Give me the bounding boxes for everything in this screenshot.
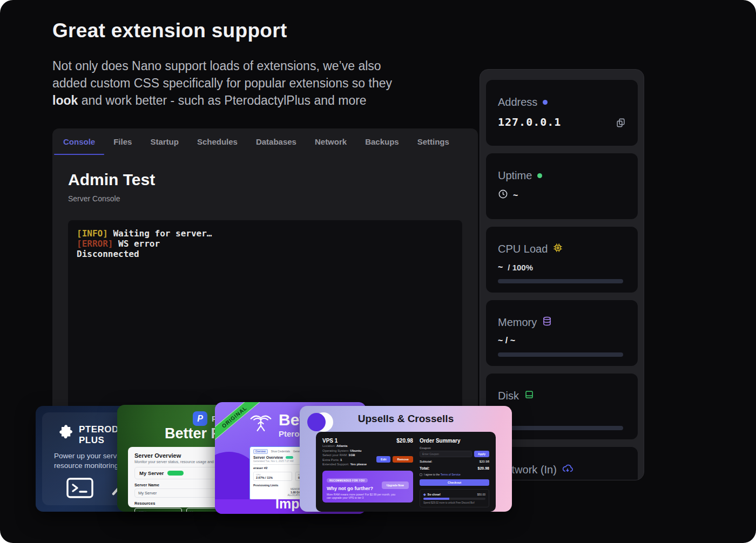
tab-network[interactable]: Network (315, 137, 347, 155)
address-card: Address 127.0.0.1 (486, 80, 638, 146)
my-server-name: My Server (139, 470, 164, 476)
mini-tab-credentials: Show Credentials (271, 450, 290, 453)
promo-description: More RAM means more power! For $2.99 per… (327, 493, 397, 499)
disk-progress-bar (498, 426, 623, 430)
tab-console[interactable]: Console (63, 137, 95, 155)
terms-checkbox[interactable] (420, 473, 422, 476)
cpu-limit: / 100% (508, 263, 533, 272)
log-info-tag: [INFO] (77, 228, 108, 239)
address-label: Address (498, 96, 537, 108)
recommended-badge: RECOMMENDED FOR YOU (327, 478, 368, 483)
cpu-icon (553, 243, 563, 255)
memory-progress-bar (498, 352, 623, 357)
cpu-value: ~ (498, 262, 503, 272)
intro-line-3: look and work better - such as Pterodact… (52, 92, 463, 109)
upgrade-now-button[interactable]: Upgrade Now (382, 481, 409, 489)
tab-files[interactable]: Files (113, 137, 132, 155)
log-disconnected-text: Disconnected (77, 249, 139, 259)
uptime-status-dot (537, 173, 542, 178)
disk-label: Disk (498, 390, 519, 402)
better-panel-title: Better P (165, 425, 221, 442)
server-name-title: Admin Test (68, 171, 155, 189)
mini-cpu-stat: CPU 2.67% / 11% (253, 472, 292, 481)
console-line: Disconnected (77, 249, 454, 259)
copy-icon[interactable] (616, 118, 626, 130)
tab-schedules[interactable]: Schedules (197, 137, 238, 155)
vps-support: Extended Support: Yes please (322, 462, 413, 467)
mini-server-overview-title: Server Overview (253, 456, 283, 459)
tab-settings[interactable]: Settings (417, 137, 449, 155)
hard-drive-icon (524, 390, 534, 402)
log-error-text: WS error (113, 239, 160, 249)
intro-line-1: Not only does Nano support loads of exte… (52, 57, 463, 74)
panel-p-logo-icon: P (193, 411, 207, 426)
intro-paragraph: Not only does Nano support loads of exte… (52, 57, 463, 109)
tab-databases[interactable]: Databases (256, 137, 296, 155)
upsells-title: Upsells & Crossells (300, 413, 512, 425)
goal-amount: $50.00 (477, 493, 485, 496)
goal-note: Spend $29.02 more to unlock Free Discord… (423, 501, 485, 504)
apply-coupon-button[interactable]: Apply (474, 451, 489, 457)
coupon-input[interactable] (420, 451, 472, 457)
edit-button[interactable]: Edit (376, 456, 390, 463)
log-error-tag: [ERROR] (77, 239, 113, 249)
terminal-icon (66, 477, 94, 501)
cpu-resource-box: CPU (134, 508, 182, 512)
memory-label: Memory (498, 316, 537, 329)
database-icon (542, 316, 552, 329)
online-status-badge (167, 471, 184, 476)
uptime-value: ~ (513, 191, 518, 200)
subtotal-row: Subtotal:$20.98 (420, 460, 489, 463)
order-summary-title: Order Summary (420, 438, 489, 444)
checkout-button[interactable]: Checkout (420, 479, 489, 486)
console-line: [INFO] Waiting for server… (77, 228, 454, 239)
puzzle-icon (56, 424, 72, 443)
upgrade-promo-banner: RECOMMENDED FOR YOU Why not go further? … (322, 471, 413, 503)
vps-location: Location: Atlanta (322, 444, 413, 449)
mini-tab-overview: Overview (253, 449, 268, 454)
server-console-subtitle: Server Console (68, 194, 120, 203)
vps-name: VPS 1 (322, 438, 338, 444)
vps-os: Operating System: Ubuntu (322, 449, 413, 453)
intro-line-2: added custom CSS specifically for popula… (52, 74, 463, 92)
tab-backups[interactable]: Backups (365, 137, 399, 155)
goal-progress-bar (423, 498, 485, 500)
cpu-card: CPU Load ~/ 100% (486, 227, 638, 293)
gem-icon: ◈ (423, 493, 426, 496)
spend-goal-panel: ◈So close! $50.00 Spend $29.02 more to u… (420, 489, 489, 507)
terms-agree-row: I agree to the Terms of Service (420, 473, 489, 476)
mini-online-badge (286, 456, 293, 459)
terms-of-service-link[interactable]: Terms of Service (441, 473, 461, 476)
intro-bold-word: look (52, 93, 78, 107)
clock-icon (498, 189, 508, 201)
cpu-label: CPU Load (498, 243, 548, 255)
console-line: [ERROR] WS error (77, 239, 454, 249)
cpu-progress-bar (498, 279, 623, 283)
vps-price: $20.98 (396, 438, 413, 444)
pterodactyl-logo-icon (248, 412, 273, 438)
tab-bar: Console Files Startup Schedules Database… (52, 128, 478, 155)
intro-line-3-rest: and work better - such as PterodactylPlu… (78, 93, 366, 107)
uptime-label: Uptime (498, 169, 532, 182)
coupon-label: Coupon (420, 446, 489, 450)
uptime-card: Uptime ~ (486, 153, 638, 219)
page-background: Great extension support Not only does Na… (0, 0, 756, 543)
cloud-download-icon (562, 463, 573, 477)
page-title: Great extension support (52, 19, 287, 42)
total-row: Total:$20.98 (420, 466, 489, 470)
remove-button[interactable]: Remove (393, 456, 413, 463)
memory-value: ~ / ~ (498, 336, 515, 345)
tab-startup[interactable]: Startup (150, 137, 179, 155)
extension-card-upsells-crossells[interactable]: Upsells & Crossells VPS 1 $20.98 Locatio… (300, 406, 512, 512)
memory-card: Memory ~ / ~ (486, 300, 638, 366)
address-status-dot (543, 100, 548, 105)
upsells-screenshot-panel: VPS 1 $20.98 Location: Atlanta Operating… (316, 432, 496, 512)
address-value: 127.0.0.1 (498, 116, 626, 128)
goal-title: ◈So close! (423, 492, 441, 496)
log-info-text: Waiting for server… (108, 228, 212, 239)
